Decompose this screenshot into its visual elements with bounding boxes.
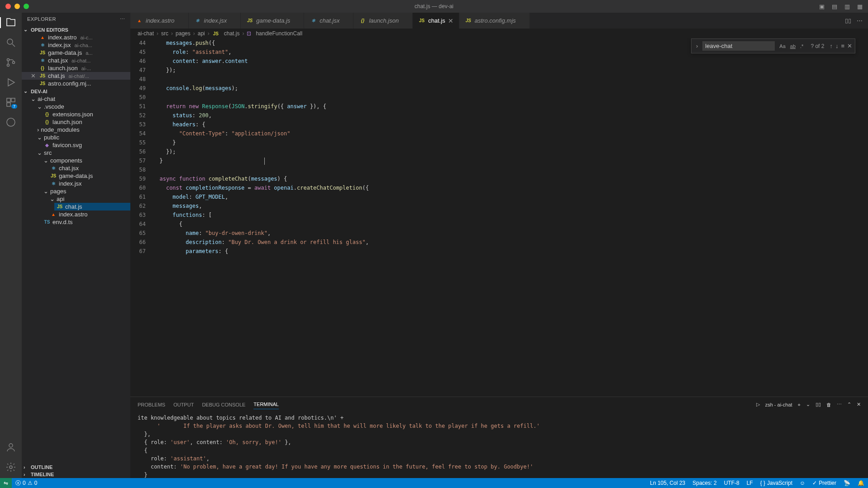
folder-node-modules[interactable]: ›node_modules xyxy=(35,126,130,134)
panel-tab[interactable]: DEBUG CONSOLE xyxy=(202,400,245,409)
file-env-dts[interactable]: TSenv.d.ts xyxy=(42,218,130,226)
find-case-icon[interactable]: Aa xyxy=(777,43,787,50)
status-encoding[interactable]: UTF-8 xyxy=(720,480,743,486)
window-close[interactable] xyxy=(5,4,11,9)
explorer-more-icon[interactable]: ⋯ xyxy=(120,16,125,22)
file-favicon[interactable]: ◆favicon.svg xyxy=(42,141,130,149)
open-editor-item[interactable]: ✕⚛chat.jsxai-chat... xyxy=(22,57,130,64)
remote-button[interactable]: ⇋ xyxy=(0,478,12,488)
open-editors-section[interactable]: ⌄OPEN EDITORS xyxy=(22,26,130,33)
editor-tab[interactable]: ⚛chat.jsx✕ xyxy=(304,13,353,29)
file-type-icon: JS xyxy=(246,18,253,23)
tab-more-icon[interactable]: ⋯ xyxy=(857,17,863,24)
file-chat-jsx[interactable]: ⚛chat.jsx xyxy=(48,164,130,172)
folder-ai-chat[interactable]: ⌄ai-chat xyxy=(29,95,130,103)
layout-panel-icon[interactable]: ▤ xyxy=(832,3,837,10)
find-word-icon[interactable]: ab xyxy=(788,43,797,50)
close-icon[interactable]: ✕ xyxy=(31,72,37,79)
panel-tab[interactable]: OUTPUT xyxy=(173,400,194,409)
terminal-launch-icon[interactable]: ▷ xyxy=(756,402,760,407)
folder-pages[interactable]: ⌄pages xyxy=(42,187,130,195)
find-toggle-replace-icon[interactable]: › xyxy=(694,41,700,51)
editor[interactable]: › Aa ab .​* ? of 2 ↑ ↓ ≡ ✕ 4445464 xyxy=(130,38,868,397)
status-errors[interactable]: ⓧ 0 ⚠ 0 xyxy=(12,479,41,487)
editor-tab[interactable]: {}launch.json✕ xyxy=(353,13,413,29)
svg-line-1 xyxy=(12,44,15,47)
editor-tab[interactable]: JSgame-data.js✕ xyxy=(241,13,304,29)
find-input[interactable] xyxy=(702,41,775,51)
account-icon[interactable] xyxy=(5,442,16,453)
status-live-icon[interactable]: 📡 xyxy=(840,480,854,486)
status-eol[interactable]: LF xyxy=(743,480,757,486)
status-language[interactable]: { } JavaScript xyxy=(757,480,796,486)
code-content[interactable]: messages.push({ role: "assistant", conte… xyxy=(153,38,868,397)
breadcrumb-segment[interactable]: chat.js xyxy=(224,30,240,37)
folder-public[interactable]: ⌄public xyxy=(35,134,130,141)
breadcrumb-segment[interactable]: handleFunctionCall xyxy=(256,30,302,37)
status-prettier[interactable]: ✓ Prettier xyxy=(809,480,840,486)
panel-tab[interactable]: PROBLEMS xyxy=(138,400,165,409)
terminal-dropdown-icon[interactable]: ⌄ xyxy=(806,402,810,407)
debug-icon[interactable] xyxy=(5,77,16,88)
breadcrumb-segment[interactable]: ai-chat xyxy=(138,30,154,37)
open-editor-item[interactable]: ✕JSastro.config.mj... xyxy=(22,80,130,87)
close-icon[interactable]: ✕ xyxy=(448,17,453,24)
settings-gear-icon[interactable] xyxy=(5,462,16,473)
file-index-astro[interactable]: ▲index.astro xyxy=(48,211,130,218)
extensions-icon[interactable]: 7 xyxy=(5,97,16,108)
file-extensions-json[interactable]: {}extensions.json xyxy=(42,110,130,118)
editor-tab[interactable]: ▲index.astro✕ xyxy=(130,13,189,29)
open-editor-item[interactable]: ✕⚛index.jsxai-cha... xyxy=(22,41,130,49)
terminal-output[interactable]: ite knowledgeable about topics related t… xyxy=(130,412,868,478)
window-maximize[interactable] xyxy=(24,4,29,9)
status-bell-icon[interactable]: 🔔 xyxy=(854,480,868,486)
file-chat-js[interactable]: JSchat.js xyxy=(54,203,130,211)
terminal-more-icon[interactable]: ⋯ xyxy=(837,402,842,407)
open-editor-item[interactable]: ✕JSgame-data.jsa... xyxy=(22,49,130,57)
status-position[interactable]: Ln 105, Col 23 xyxy=(646,480,689,486)
terminal-split-icon[interactable]: ▯▯ xyxy=(816,402,821,407)
edge-icon[interactable] xyxy=(5,117,16,128)
folder-api[interactable]: ⌄api xyxy=(48,195,130,203)
find-regex-icon[interactable]: .​* xyxy=(798,43,805,50)
terminal-close-icon[interactable]: ✕ xyxy=(857,402,861,407)
search-icon[interactable] xyxy=(5,37,16,48)
breadcrumb[interactable]: ai-chat›src›pages›api›JSchat.js›⊡handleF… xyxy=(130,29,868,38)
terminal-maximize-icon[interactable]: ⌃ xyxy=(847,402,851,407)
editor-tab[interactable]: JSastro.config.mjs✕ xyxy=(459,13,530,29)
find-close-icon[interactable]: ✕ xyxy=(847,43,852,49)
status-spaces[interactable]: Spaces: 2 xyxy=(689,480,720,486)
source-control-icon[interactable] xyxy=(5,57,16,68)
layout-sidebar-right-icon[interactable]: ▥ xyxy=(844,3,850,10)
terminal-shell-label[interactable]: zsh - ai-chat xyxy=(765,402,792,407)
status-feedback-icon[interactable]: ☺ xyxy=(796,480,809,486)
layout-sidebar-left-icon[interactable]: ▣ xyxy=(819,3,825,10)
folder-src[interactable]: ⌄src xyxy=(35,149,130,157)
find-next-icon[interactable]: ↓ xyxy=(835,43,839,49)
breadcrumb-segment[interactable]: api xyxy=(198,30,205,37)
split-editor-icon[interactable]: ▯▯ xyxy=(845,17,851,24)
file-game-data[interactable]: JSgame-data.js xyxy=(48,172,130,180)
panel-tab[interactable]: TERMINAL xyxy=(253,400,279,409)
find-selection-icon[interactable]: ≡ xyxy=(841,43,844,49)
window-minimize[interactable] xyxy=(14,4,20,9)
find-prev-icon[interactable]: ↑ xyxy=(830,43,833,49)
explorer-icon[interactable] xyxy=(0,17,16,28)
open-editor-item[interactable]: ✕{}launch.jsonai-... xyxy=(22,64,130,72)
file-index-jsx[interactable]: ⚛index.jsx xyxy=(48,180,130,187)
layout-customize-icon[interactable]: ▦ xyxy=(857,3,863,10)
open-editor-item[interactable]: ✕▲index.astroai-c... xyxy=(22,33,130,41)
folder-components[interactable]: ⌄components xyxy=(42,157,130,164)
open-editor-item[interactable]: ✕JSchat.jsai-chat/... xyxy=(22,72,130,80)
editor-tab[interactable]: ⚛index.jsx✕ xyxy=(189,13,241,29)
breadcrumb-segment[interactable]: pages xyxy=(176,30,191,37)
terminal-kill-icon[interactable]: 🗑 xyxy=(826,402,831,407)
terminal-new-icon[interactable]: + xyxy=(798,402,801,407)
editor-tab[interactable]: JSchat.js✕ xyxy=(413,13,459,29)
timeline-section[interactable]: ›TIMELINE xyxy=(22,471,130,478)
folder-vscode[interactable]: ⌄.vscode xyxy=(35,103,130,110)
project-section[interactable]: ⌄DEV-AI xyxy=(22,87,130,95)
breadcrumb-segment[interactable]: src xyxy=(161,30,168,37)
outline-section[interactable]: ›OUTLINE xyxy=(22,464,130,471)
file-launch-json[interactable]: {}launch.json xyxy=(42,118,130,126)
